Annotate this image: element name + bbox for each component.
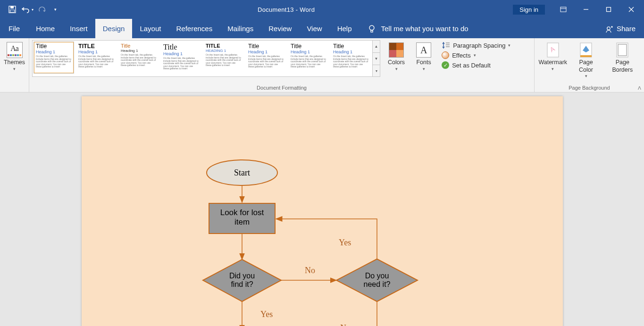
edge-label-yes-1: Yes [260, 309, 273, 319]
group-page-background: A Watermark▾ Page Color▾ Page Borders Pa… [535, 38, 644, 92]
style-item-2[interactable]: TitleHeading 1On the Insert tab, the gal… [118, 42, 159, 74]
tab-insert[interactable]: Insert [62, 19, 95, 38]
maximize-button[interactable] [598, 3, 619, 16]
paragraph-spacing-icon [442, 42, 450, 49]
share-button[interactable]: Share [597, 19, 644, 38]
ribbon-display-options-button[interactable] [552, 3, 574, 16]
tab-file[interactable]: File [0, 19, 28, 38]
page-background-label: Page Background [537, 84, 641, 92]
page-borders-icon [615, 42, 629, 58]
flow-decision-need[interactable]: Do youneed it? [336, 259, 418, 301]
effects-icon [442, 51, 449, 59]
close-button[interactable] [620, 3, 642, 16]
share-label: Share [617, 25, 636, 33]
check-icon: ✓ [442, 61, 449, 69]
set-default-button[interactable]: ✓ Set as Default [440, 61, 512, 69]
page-color-button[interactable]: Page Color▾ [570, 40, 602, 80]
flow-process-look[interactable]: Look for lostitem [209, 203, 275, 234]
style-item-5[interactable]: TitleHeading 1On the Insert tab, the gal… [246, 42, 286, 74]
redo-button[interactable] [36, 3, 49, 16]
edge-label-yes-2: Yes [339, 238, 351, 247]
svg-point-9 [369, 25, 374, 30]
flow-decision-find[interactable]: Did youfind it? [203, 259, 281, 301]
gallery-up-button[interactable]: ▲ [373, 41, 380, 53]
watermark-icon: A [546, 42, 560, 58]
lightbulb-icon [367, 24, 376, 33]
flow-start[interactable]: Start [207, 160, 277, 185]
svg-rect-1 [10, 6, 14, 8]
svg-rect-6 [607, 8, 611, 12]
page-borders-button[interactable]: Page Borders [604, 40, 641, 75]
quick-access-toolbar: ▾ ▾ [2, 3, 59, 16]
tab-review[interactable]: Review [261, 19, 299, 38]
title-right: Sign in [513, 3, 642, 16]
effects-label: Effects [452, 52, 471, 59]
colors-button[interactable]: Colors ▾ [385, 40, 408, 73]
svg-text:Start: Start [234, 168, 250, 177]
colors-icon [389, 42, 404, 58]
svg-rect-22 [617, 43, 628, 57]
flowchart-canvas: Start Look for lostitem Did youfind it? [82, 96, 563, 326]
formatting-options: Paragraph Spacing ▾ Effects ▾ ✓ Set as D… [440, 40, 512, 69]
page-color-icon [579, 42, 593, 58]
style-item-7[interactable]: TitleHeading 1On the Insert tab, the gal… [331, 42, 371, 74]
tab-help[interactable]: Help [330, 19, 360, 38]
style-item-1[interactable]: TITLEHeading 1On the Insert tab, the gal… [76, 42, 117, 74]
page-borders-label: Page Borders [607, 59, 638, 74]
fonts-button[interactable]: A Fonts ▾ [412, 40, 435, 73]
colors-label: Colors [388, 59, 405, 67]
group-themes: Aa Themes ▾ [0, 38, 29, 92]
style-item-3[interactable]: TitleHeading 1On the Insert tab, the gal… [161, 42, 201, 74]
themes-label: Themes [4, 59, 25, 67]
collapse-ribbon-button[interactable]: ᐱ [638, 85, 641, 91]
fonts-icon: A [416, 42, 431, 58]
tell-me-box[interactable]: Tell me what you want to do [360, 19, 476, 38]
svg-rect-3 [560, 7, 566, 12]
ribbon: Aa Themes ▾ TitleHeading 1On the Insert … [0, 38, 644, 92]
page-color-label: Page Color [573, 59, 599, 74]
tab-layout[interactable]: Layout [132, 19, 168, 38]
watermark-label: Watermark [538, 59, 567, 67]
effects-button[interactable]: Effects ▾ [440, 51, 512, 59]
ribbon-tabs: File Home Insert Design Layout Reference… [0, 19, 644, 38]
minimize-button[interactable] [575, 3, 597, 16]
style-item-6[interactable]: TitleHeading 1On the Insert tab, the gal… [288, 42, 329, 74]
svg-text:Do youneed it?: Do youneed it? [363, 272, 390, 288]
svg-rect-10 [371, 30, 373, 32]
tell-me-label: Tell me what you want to do [381, 25, 468, 33]
themes-button[interactable]: Aa Themes ▾ [3, 40, 26, 73]
tab-mailings[interactable]: Mailings [220, 19, 261, 38]
watermark-button[interactable]: A Watermark▾ [537, 40, 568, 73]
style-item-4[interactable]: TITLEHEADING 1On the Insert tab, the gal… [203, 42, 244, 74]
style-item-0[interactable]: TitleHeading 1On the Insert tab, the gal… [33, 42, 74, 74]
document-formatting-label: Document Formatting [32, 84, 531, 92]
gallery-more-button[interactable]: ▾ [373, 65, 380, 76]
tab-design[interactable]: Design [95, 19, 133, 38]
group-document-formatting: TitleHeading 1On the Insert tab, the gal… [29, 38, 535, 92]
sign-in-button[interactable]: Sign in [513, 5, 545, 15]
document-area[interactable]: Start Look for lostitem Did youfind it? [0, 92, 644, 326]
tab-references[interactable]: References [168, 19, 220, 38]
page[interactable]: Start Look for lostitem Did youfind it? [82, 96, 563, 326]
title-bar: ▾ ▾ Document13 - Word Sign in [0, 0, 644, 19]
undo-button[interactable]: ▾ [21, 3, 34, 16]
paragraph-spacing-button[interactable]: Paragraph Spacing ▾ [440, 41, 512, 50]
edge-label-no-1: No [305, 266, 315, 275]
svg-rect-2 [10, 10, 15, 12]
themes-icon: Aa [7, 42, 23, 58]
paragraph-spacing-label: Paragraph Spacing [453, 42, 505, 49]
share-icon [605, 25, 614, 33]
style-gallery: TitleHeading 1On the Insert tab, the gal… [32, 40, 380, 77]
gallery-down-button[interactable]: ▼ [373, 53, 380, 65]
window-title: Document13 - Word [59, 6, 513, 13]
tab-view[interactable]: View [299, 19, 329, 38]
edge-label-no-2: No [340, 323, 351, 326]
svg-text:Did youfind it?: Did youfind it? [229, 272, 254, 288]
svg-rect-21 [580, 55, 592, 57]
gallery-scroll: ▲ ▼ ▾ [373, 40, 380, 77]
fonts-label: Fonts [416, 59, 431, 67]
qat-customize-button[interactable]: ▾ [51, 3, 59, 16]
save-button[interactable] [6, 3, 19, 16]
svg-point-11 [607, 26, 610, 29]
tab-home[interactable]: Home [28, 19, 62, 38]
